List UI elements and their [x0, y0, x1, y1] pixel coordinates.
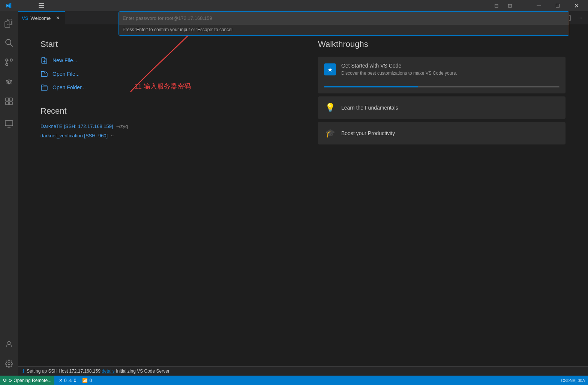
svg-point-5: [6, 63, 8, 66]
remote-status-label: ⟳ Opening Remote...: [9, 378, 51, 383]
error-count: 0: [64, 378, 67, 383]
walkthrough-fundamentals-title: Learn the Fundamentals: [341, 105, 398, 111]
recent-item-0[interactable]: DarkneTE [SSH: 172.17.168.159] ~/zyq: [40, 123, 288, 129]
svg-line-10: [6, 83, 8, 83]
svg-rect-20: [6, 102, 9, 105]
svg-rect-2: [39, 7, 44, 8]
walkthrough-fundamentals[interactable]: 💡 Learn the Fundamentals: [318, 96, 566, 119]
walkthrough-get-started-header: ★ Get Started with VS Code Discover the …: [324, 63, 457, 77]
error-icon: ✕: [59, 378, 63, 383]
new-file-label: New File...: [52, 57, 77, 63]
title-bar-split-icon[interactable]: ⊞: [504, 0, 516, 11]
remote-sync-icon: ⟳: [3, 377, 7, 383]
svg-rect-1: [39, 5, 44, 6]
info-count: 0: [89, 378, 92, 383]
dialog-hint: Press 'Enter' to confirm your input or '…: [119, 25, 569, 35]
activity-bar: [0, 11, 18, 376]
walkthrough-productivity[interactable]: 🎓 Boost your Productivity: [318, 122, 566, 144]
svg-rect-22: [5, 120, 13, 126]
menu-icon[interactable]: [34, 0, 49, 11]
accounts-icon[interactable]: [0, 335, 18, 353]
svg-rect-18: [6, 98, 9, 101]
title-bar-layout-icon[interactable]: ⊟: [490, 0, 502, 11]
source-control-icon[interactable]: [0, 53, 18, 71]
svg-rect-0: [39, 3, 44, 4]
svg-line-11: [10, 80, 12, 81]
svg-line-4: [10, 44, 13, 47]
walkthrough-star-icon: ★: [324, 63, 336, 75]
open-file-label: Open File...: [52, 71, 80, 77]
remote-explorer-icon[interactable]: [0, 115, 18, 133]
walkthroughs-section-title: Walkthroughs: [318, 39, 566, 49]
new-file-item[interactable]: New File...: [40, 57, 288, 64]
info-status[interactable]: 📶 0: [81, 376, 93, 385]
info-status-icon: 📶: [82, 378, 88, 383]
open-file-icon: [40, 70, 48, 78]
recent-section-title: Recent: [40, 106, 288, 116]
recent-item-1[interactable]: darknet_verification [SSH: 960] ~: [40, 133, 288, 138]
explorer-icon[interactable]: [0, 14, 18, 32]
welcome-right: Walkthroughs ★ Get Started with VS Code …: [318, 39, 566, 351]
ssh-status-text2: Initializing VS Code Server: [115, 368, 170, 374]
open-file-item[interactable]: Open File...: [40, 70, 288, 78]
recent-path-1: ~: [111, 133, 114, 138]
info-bar: ℹ Setting up SSH Host 172.17.168.159: de…: [18, 366, 588, 376]
open-folder-item[interactable]: Open Folder...: [40, 84, 288, 91]
ssh-details-link[interactable]: details: [102, 368, 115, 374]
close-button[interactable]: ✕: [568, 0, 585, 11]
welcome-page: Start New File...: [18, 24, 588, 366]
password-dialog: Press 'Enter' to confirm your input or '…: [118, 11, 569, 36]
run-debug-icon[interactable]: [0, 73, 18, 91]
more-actions-button[interactable]: ···: [574, 13, 585, 23]
svg-rect-19: [9, 98, 12, 101]
recent-path-0: ~/zyq: [116, 123, 128, 129]
dialog-input-wrapper: [119, 12, 569, 25]
ssh-status-text: Setting up SSH Host 172.17.168.159:: [27, 368, 102, 374]
status-bar: ⟳ ⟳ Opening Remote... ✕ 0 ⚠ 0 📶 0 CSDNB|…: [0, 376, 588, 385]
walkthrough-progress-bar-container: [324, 86, 560, 87]
walkthrough-progress-bar: [324, 86, 418, 87]
svg-point-26: [8, 362, 10, 365]
main-content: Start New File...: [18, 24, 588, 366]
maximize-button[interactable]: □: [549, 0, 566, 11]
title-bar: ⊟ ⊞ ─ □ ✕: [0, 0, 588, 11]
vscode-logo: [0, 0, 17, 11]
svg-rect-21: [9, 102, 12, 105]
svg-point-3: [6, 39, 11, 45]
warning-count: 0: [74, 378, 76, 383]
tab-close-button[interactable]: ✕: [54, 15, 61, 21]
walkthrough-bulb-icon: 💡: [324, 102, 336, 114]
svg-line-12: [10, 83, 12, 83]
watermark-label: CSDNB|t00A: [561, 378, 585, 383]
remote-status[interactable]: ⟳ ⟳ Opening Remote...: [0, 376, 54, 385]
recent-name-0[interactable]: DarkneTE [SSH: 172.17.168.159]: [40, 123, 113, 129]
walkthrough-productivity-title: Boost your Productivity: [341, 130, 395, 136]
walkthrough-get-started[interactable]: ★ Get Started with VS Code Discover the …: [318, 57, 566, 93]
tab-welcome-icon: VS: [22, 15, 28, 21]
settings-icon[interactable]: [0, 355, 18, 373]
svg-line-9: [6, 80, 8, 81]
welcome-left: Start New File...: [40, 39, 288, 351]
extensions-icon[interactable]: [0, 92, 18, 110]
walkthrough-grad-icon: 🎓: [324, 127, 336, 139]
recent-name-1[interactable]: darknet_verification [SSH: 960]: [40, 133, 108, 138]
walkthrough-get-started-desc: Discover the best customizations to make…: [341, 70, 457, 77]
svg-marker-17: [8, 81, 10, 83]
password-input[interactable]: [123, 15, 565, 22]
walkthrough-get-started-title: Get Started with VS Code: [341, 63, 457, 69]
minimize-button[interactable]: ─: [530, 0, 548, 11]
tab-welcome-label: Welcome: [30, 15, 51, 21]
start-section-title: Start: [40, 39, 288, 49]
open-folder-label: Open Folder...: [52, 84, 86, 90]
status-bar-right: CSDNB|t00A: [561, 378, 585, 383]
title-bar-left-icons: [0, 0, 17, 11]
walkthrough-fundamentals-content: Learn the Fundamentals: [341, 105, 398, 111]
svg-point-25: [8, 341, 10, 344]
open-folder-icon: [40, 84, 48, 91]
walkthrough-productivity-content: Boost your Productivity: [341, 130, 395, 136]
errors-status[interactable]: ✕ 0 ⚠ 0: [57, 376, 78, 385]
new-file-icon: [40, 57, 48, 64]
search-icon[interactable]: [0, 34, 18, 52]
info-icon: ℹ: [22, 368, 24, 374]
tab-welcome[interactable]: VS Welcome ✕: [18, 11, 65, 24]
